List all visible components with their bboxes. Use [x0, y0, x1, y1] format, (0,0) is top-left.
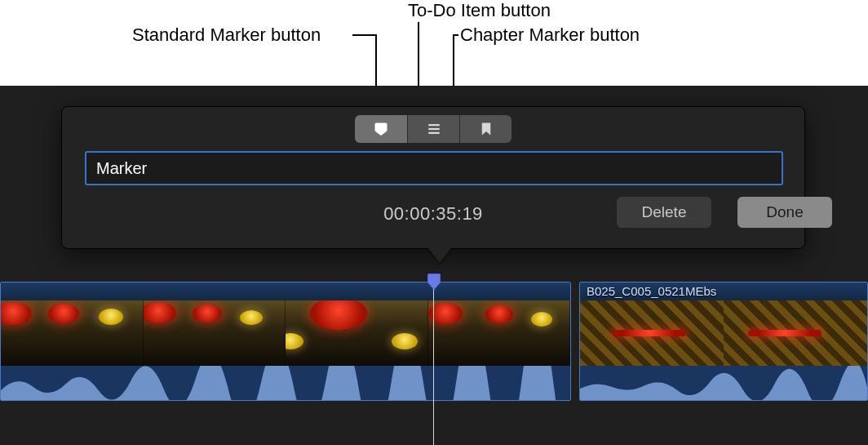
audio-waveform [580, 366, 867, 400]
svg-rect-0 [428, 124, 440, 126]
done-button[interactable]: Done [737, 197, 832, 228]
standard-marker-button[interactable] [355, 115, 407, 143]
clip-thumbnails [580, 300, 867, 367]
annotation-callouts: Standard Marker button To-Do Item button… [0, 0, 868, 98]
callout-standard: Standard Marker button [132, 24, 321, 46]
timeline-clip[interactable] [0, 282, 571, 401]
marker-pin-icon[interactable] [427, 274, 441, 290]
timeline[interactable]: B025_C005_0521MEbs [0, 282, 868, 412]
timeline-clip[interactable]: B025_C005_0521MEbs [579, 282, 868, 401]
playhead-line [433, 289, 434, 445]
popover-tail [428, 248, 451, 263]
audio-waveform [1, 366, 570, 400]
marker-timecode: 00:00:35:19 [383, 203, 483, 225]
callout-chapter: Chapter Marker button [460, 24, 640, 46]
delete-button[interactable]: Delete [617, 197, 711, 228]
svg-rect-2 [428, 132, 440, 134]
marker-type-segmented-control [355, 115, 512, 143]
todo-icon [427, 122, 441, 136]
marker-name-input[interactable] [85, 151, 783, 185]
clip-label: B025_C005_0521MEbs [587, 284, 716, 298]
svg-rect-1 [428, 128, 440, 130]
chapter-marker-button[interactable] [459, 115, 512, 143]
marker-popover: 00:00:35:19 Delete Done [61, 106, 805, 249]
standard-marker-icon [374, 122, 388, 136]
chapter-marker-icon [479, 122, 494, 136]
callout-todo: To-Do Item button [408, 0, 551, 21]
todo-item-button[interactable] [407, 115, 459, 143]
clip-thumbnails [1, 300, 570, 367]
